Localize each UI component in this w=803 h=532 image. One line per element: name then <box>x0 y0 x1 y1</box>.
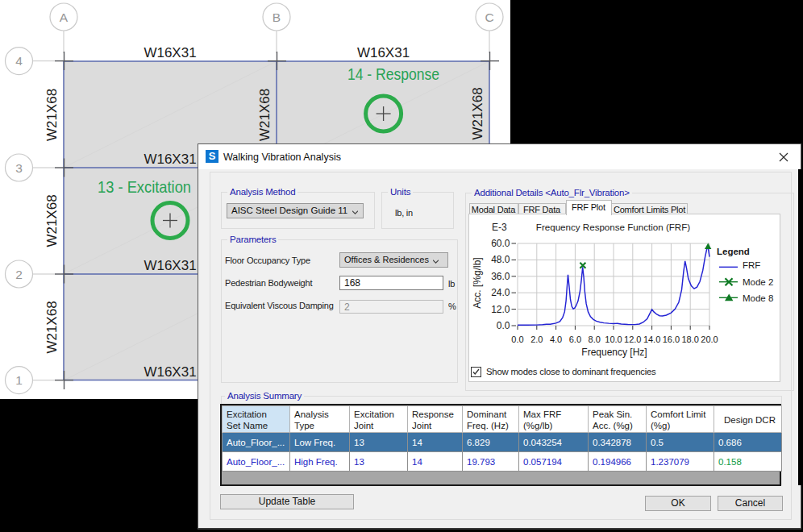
svg-text:A: A <box>60 10 69 24</box>
svg-text:W16X31: W16X31 <box>144 152 196 167</box>
svg-text:Legend: Legend <box>717 247 750 256</box>
svg-text:0.0: 0.0 <box>511 335 523 344</box>
svg-text:6.0: 6.0 <box>569 335 581 344</box>
svg-text:18.0: 18.0 <box>681 335 698 344</box>
svg-text:C: C <box>485 10 493 24</box>
svg-text:W16X31: W16X31 <box>144 258 196 273</box>
svg-text:60.0: 60.0 <box>491 238 510 249</box>
svg-text:W16X31: W16X31 <box>357 45 410 60</box>
svg-text:4: 4 <box>15 54 23 68</box>
svg-text:B: B <box>273 10 281 24</box>
svg-text:Mode 2: Mode 2 <box>743 277 773 287</box>
svg-text:16.0: 16.0 <box>663 335 680 344</box>
svg-text:W21X68: W21X68 <box>257 89 273 141</box>
svg-text:W16X31: W16X31 <box>144 45 196 60</box>
svg-text:0.0: 0.0 <box>497 320 510 331</box>
svg-text:14.0: 14.0 <box>643 335 660 344</box>
svg-text:Frequency Response Function (F: Frequency Response Function (FRF) <box>536 222 691 232</box>
svg-text:Acc. [%g/lb]: Acc. [%g/lb] <box>472 257 483 308</box>
svg-text:4.0: 4.0 <box>550 335 562 344</box>
svg-text:20.0: 20.0 <box>701 335 718 344</box>
svg-text:2: 2 <box>15 268 23 281</box>
svg-text:2.0: 2.0 <box>530 335 543 344</box>
svg-text:Frequency [Hz]: Frequency [Hz] <box>581 347 647 358</box>
svg-text:Mode 8: Mode 8 <box>743 293 773 303</box>
svg-text:W21X68: W21X68 <box>44 301 60 353</box>
svg-text:W16X31: W16X31 <box>144 364 196 380</box>
svg-text:3: 3 <box>15 161 23 175</box>
svg-text:13 - Excitation: 13 - Excitation <box>98 177 191 196</box>
svg-text:E-3: E-3 <box>492 222 507 233</box>
svg-text:14 - Response: 14 - Response <box>347 64 439 83</box>
svg-text:W21X68: W21X68 <box>44 89 60 141</box>
svg-text:10.0: 10.0 <box>605 335 622 344</box>
svg-text:24.0: 24.0 <box>491 287 510 298</box>
svg-text:36.0: 36.0 <box>491 271 510 282</box>
svg-text:48.0: 48.0 <box>491 254 510 265</box>
svg-text:W21X68: W21X68 <box>44 194 60 247</box>
svg-text:W21X68: W21X68 <box>470 87 485 139</box>
svg-text:12.0: 12.0 <box>491 304 510 315</box>
svg-text:1: 1 <box>15 373 23 387</box>
svg-text:8.0: 8.0 <box>589 335 601 344</box>
svg-text:12.0: 12.0 <box>624 335 641 344</box>
svg-text:FRF: FRF <box>743 260 760 270</box>
